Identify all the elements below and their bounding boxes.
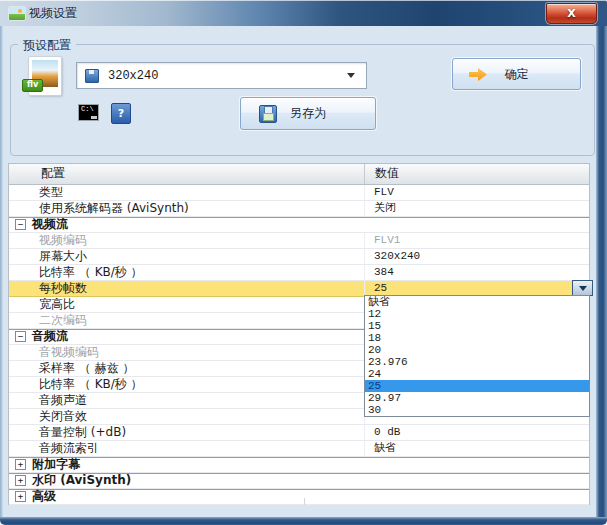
chevron-down-icon: [579, 286, 587, 291]
fps-dropdown-option[interactable]: 29.97: [365, 392, 589, 404]
window-border-right: [596, 26, 607, 517]
preset-select[interactable]: 320x240: [76, 62, 367, 89]
app-icon: [8, 6, 26, 21]
ok-button-label: 确定: [505, 66, 529, 83]
property-label: 视频编码: [9, 233, 365, 248]
window-border-bottom: [0, 517, 607, 525]
property-label: 音量控制 (+dB): [9, 425, 365, 440]
close-icon: X: [567, 8, 575, 19]
property-label: 每秒帧数: [9, 281, 365, 296]
fps-dropdown-option[interactable]: 30: [365, 404, 589, 416]
empty-row-divider: [304, 498, 305, 505]
property-value: 缺省: [365, 441, 589, 456]
property-value: 0 dB: [365, 425, 589, 440]
help-icon[interactable]: ?: [111, 103, 131, 124]
fps-dropdown-option[interactable]: 缺省: [365, 296, 589, 308]
expand-icon[interactable]: +: [15, 475, 26, 486]
property-value: FLV: [365, 185, 589, 200]
column-header-config: 配置: [9, 164, 365, 184]
fps-dropdown-option[interactable]: 12: [365, 308, 589, 320]
fps-dropdown-option[interactable]: 15: [365, 320, 589, 332]
property-label: 音频流索引: [9, 441, 365, 456]
window-border-left: [0, 26, 3, 517]
property-row[interactable]: 类型FLV: [9, 185, 589, 201]
property-label: 类型: [9, 185, 365, 200]
property-row[interactable]: 屏幕大小320x240: [9, 249, 589, 265]
expand-icon[interactable]: +: [15, 459, 26, 470]
property-label: 关闭音效: [9, 409, 365, 424]
preset-groupbox-legend: 预设配置: [18, 37, 76, 54]
property-table-header: 配置 数值: [9, 164, 589, 185]
property-label: 音频声道: [9, 393, 365, 408]
column-header-value: 数值: [365, 164, 589, 184]
property-label: 采样率 （ 赫兹 ）: [9, 361, 365, 376]
group-row[interactable]: −视频流: [9, 217, 589, 233]
group-label: 音频流: [32, 329, 68, 344]
titlebar[interactable]: 视频设置 X: [0, 0, 607, 26]
chevron-down-icon: [347, 73, 355, 78]
property-value: 关闭: [365, 201, 589, 216]
help-icon-label: ?: [118, 107, 124, 120]
expand-icon[interactable]: +: [15, 491, 26, 502]
group-label: 高级: [32, 489, 56, 504]
property-label: 二次编码: [9, 313, 365, 328]
fps-dropdown-option[interactable]: 24: [365, 368, 589, 380]
fps-dropdown-option[interactable]: 20: [365, 344, 589, 356]
property-label: 比特率 （ KB/秒 ）: [9, 265, 365, 280]
ok-arrow-icon: [469, 68, 487, 81]
window-title: 视频设置: [29, 5, 77, 22]
save-as-button-label: 另存为: [290, 105, 326, 122]
group-label: 水印 (AviSynth): [32, 473, 131, 488]
fps-dropdown-option[interactable]: 23.976: [365, 356, 589, 368]
property-row[interactable]: 视频编码FLV1: [9, 233, 589, 249]
group-row[interactable]: +水印 (AviSynth): [9, 473, 589, 489]
property-label: 音视频编码: [9, 345, 365, 360]
property-row[interactable]: 音频流索引缺省: [9, 441, 589, 457]
property-label: 使用系统解码器 (AviSynth): [9, 201, 365, 216]
collapse-icon[interactable]: −: [15, 219, 26, 230]
property-row[interactable]: 使用系统解码器 (AviSynth)关闭: [9, 201, 589, 217]
fps-dropdown-button[interactable]: [572, 280, 593, 296]
save-as-button[interactable]: 另存为: [240, 97, 376, 130]
group-row[interactable]: +高级: [9, 489, 589, 505]
group-row[interactable]: +附加字幕: [9, 457, 589, 473]
group-label: 附加字幕: [32, 457, 80, 472]
property-label: 比特率 （ KB/秒 ）: [9, 377, 365, 392]
ok-button[interactable]: 确定: [452, 58, 581, 90]
flv-badge: flv: [22, 79, 43, 92]
group-label: 视频流: [32, 217, 68, 232]
video-settings-dialog: 视频设置 X 预设配置 flv 320x240 确定 C:\ ? 另存为 配置 …: [0, 0, 607, 525]
preset-select-value: 320x240: [108, 69, 158, 83]
save-icon: [259, 105, 277, 123]
fps-dropdown-option[interactable]: 18: [365, 332, 589, 344]
command-prompt-icon[interactable]: C:\: [78, 104, 99, 121]
command-prompt-icon-label: C:\: [81, 105, 94, 113]
property-row[interactable]: 音量控制 (+dB)0 dB: [9, 425, 589, 441]
property-value: 384: [365, 265, 589, 280]
fps-dropdown-list[interactable]: 缺省1215182023.976242529.9730: [364, 295, 590, 417]
flv-file-icon: flv: [28, 56, 62, 96]
fps-dropdown-option[interactable]: 25: [365, 380, 589, 392]
property-row[interactable]: 比特率 （ KB/秒 ）384: [9, 265, 589, 281]
property-value: 25: [365, 281, 589, 296]
property-value: 320x240: [365, 249, 589, 264]
property-value: FLV1: [365, 233, 589, 248]
property-label: 屏幕大小: [9, 249, 365, 264]
disk-icon: [85, 69, 99, 83]
property-label: 宽高比: [9, 297, 365, 312]
close-button[interactable]: X: [546, 3, 597, 24]
collapse-icon[interactable]: −: [15, 331, 26, 342]
